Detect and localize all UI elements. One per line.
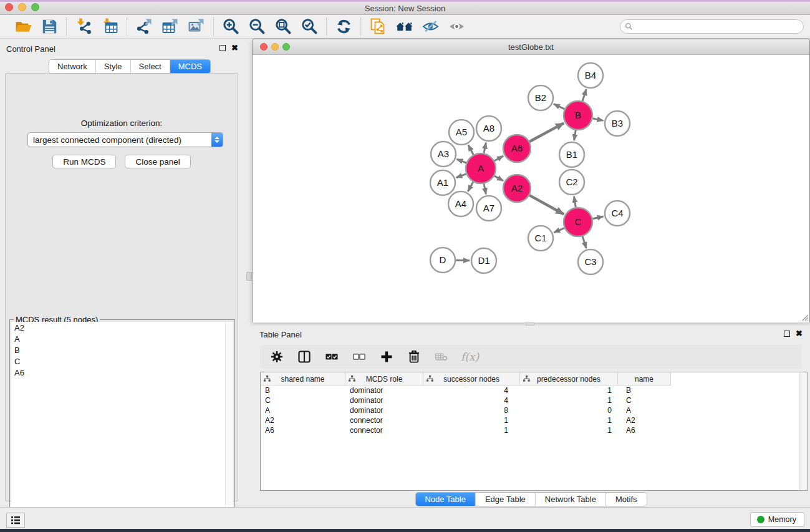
desktop-background-strip (0, 529, 810, 532)
deselect-all-button[interactable] (350, 347, 369, 366)
edge-A-A4[interactable] (468, 182, 473, 191)
edge-C-C4[interactable] (592, 216, 603, 219)
mcds-result-item[interactable]: A2 (11, 322, 233, 333)
window-titlebar: Session: New Session (0, 0, 810, 15)
column-header-successor-nodes[interactable]: successor nodes (423, 372, 520, 385)
zoom-out-button[interactable] (246, 17, 268, 37)
column-header-name[interactable]: name (618, 372, 671, 385)
show-eye-button[interactable] (446, 17, 467, 37)
tab-select[interactable]: Select (131, 60, 170, 73)
column-header-shared-name[interactable]: shared name (261, 372, 345, 385)
edge-A-A1[interactable] (456, 174, 466, 178)
table-row[interactable]: A6connector11A6 (261, 425, 807, 435)
import-table-button[interactable] (99, 17, 120, 37)
cell-successor-nodes: 4 (423, 395, 520, 405)
edge-C-C3[interactable] (582, 236, 586, 248)
cell-name: A2 (618, 415, 671, 425)
add-icon (380, 351, 393, 363)
table-row[interactable]: Adominator80A (261, 405, 807, 415)
save-session-button[interactable] (39, 17, 60, 37)
columns-button[interactable] (295, 347, 314, 366)
resize-grip-icon[interactable] (800, 312, 809, 321)
function-builder-button[interactable]: f(x) (460, 351, 479, 363)
node-label-A8: A8 (483, 123, 494, 133)
table-float-panel-icon[interactable] (784, 331, 790, 337)
table-close-panel-icon[interactable]: ✖ (796, 330, 803, 337)
cell-name: A6 (618, 425, 671, 435)
table-scrollbar[interactable] (799, 372, 807, 490)
zoom-in-button[interactable] (220, 17, 241, 37)
zoom-in-icon (223, 18, 239, 35)
edge-A-A6[interactable] (494, 156, 503, 161)
refresh-button[interactable] (333, 17, 354, 37)
column-header-predecessor-nodes[interactable]: predecessor nodes (520, 372, 618, 385)
edge-C-C2[interactable] (574, 196, 576, 208)
column-header-MCDS-role[interactable]: MCDS role (345, 372, 423, 385)
tab-motifs[interactable]: Motifs (606, 493, 647, 506)
tab-mcds[interactable]: MCDS (170, 60, 210, 73)
export-table-button[interactable] (160, 17, 181, 37)
show-panels-button[interactable] (6, 513, 25, 528)
edge-A-A3[interactable] (456, 159, 466, 163)
control-panel: Control Panel ✖ NetworkStyleSelectMCDS O… (0, 39, 243, 507)
close-panel-button[interactable]: Close panel (125, 155, 190, 168)
mcds-result-item[interactable]: B (11, 344, 233, 355)
tab-edge-table[interactable]: Edge Table (476, 493, 536, 506)
zoom-selected-button[interactable] (299, 17, 320, 37)
tab-style[interactable]: Style (96, 60, 131, 73)
edge-A-A5[interactable] (468, 145, 473, 155)
mcds-result-item[interactable]: A6 (11, 367, 233, 378)
vertical-split-handle[interactable] (246, 272, 252, 281)
network-window-titlebar[interactable]: testGlobe.txt (253, 39, 809, 55)
edge-A6-B[interactable] (529, 123, 564, 142)
float-panel-icon[interactable] (219, 45, 226, 51)
cell-predecessor-nodes: 1 (520, 425, 618, 435)
hide-eye-button[interactable] (420, 17, 441, 37)
open-session-button[interactable] (12, 17, 34, 37)
columns-icon (298, 351, 311, 363)
delete-table-button[interactable] (432, 347, 451, 366)
tab-network[interactable]: Network (49, 60, 96, 73)
select-all-button[interactable] (322, 347, 341, 366)
memory-button[interactable]: Memory (750, 512, 804, 527)
edge-B-B2[interactable] (554, 104, 564, 109)
criterion-select[interactable]: largest connected component (directed) (27, 132, 223, 147)
run-mcds-button[interactable]: Run MCDS (52, 155, 116, 168)
table-row[interactable]: A2connector11A2 (261, 415, 807, 425)
mcds-panel: Optimization criterion: largest connecte… (5, 73, 238, 501)
add-button[interactable] (377, 347, 396, 366)
table-header-row: shared nameMCDS rolesuccessor nodesprede… (261, 372, 671, 385)
edge-A-A8[interactable] (484, 143, 486, 153)
edge-B-B3[interactable] (593, 118, 604, 121)
edge-A2-C[interactable] (529, 195, 564, 214)
result-scrollbar[interactable] (225, 322, 233, 528)
settings-icon (271, 351, 283, 363)
status-bar: Memory (0, 507, 810, 529)
search-input[interactable] (633, 21, 803, 32)
table-row[interactable]: Bdominator41B (261, 385, 807, 395)
column-header-label: name (635, 375, 653, 384)
edge-A-A7[interactable] (484, 183, 486, 194)
homes-button[interactable] (393, 17, 415, 37)
edge-B-B4[interactable] (582, 89, 586, 101)
close-panel-icon[interactable]: ✖ (231, 44, 238, 51)
new-network-from-selection-button[interactable] (367, 17, 388, 37)
export-network-button[interactable] (133, 17, 155, 37)
mcds-result-item[interactable]: C (11, 355, 233, 367)
graph-canvas[interactable]: B4B2BB3A8A5A6A3B1AC2A1A2A4A7C4CC1DD1C3 (253, 55, 809, 322)
delete-button[interactable] (405, 347, 423, 366)
node-table: shared nameMCDS rolesuccessor nodesprede… (260, 372, 808, 491)
zoom-fit-button[interactable] (272, 17, 294, 37)
import-network-button[interactable] (73, 17, 94, 37)
edge-A-A2[interactable] (494, 176, 503, 181)
tab-network-table[interactable]: Network Table (536, 493, 606, 506)
tab-node-table[interactable]: Node Table (415, 493, 476, 506)
table-row[interactable]: Cdominator41C (261, 395, 807, 405)
edge-B-B1[interactable] (574, 130, 576, 141)
control-panel-tabs: NetworkStyleSelectMCDS (49, 59, 211, 74)
edge-C-C1[interactable] (554, 228, 564, 233)
mcds-result-item[interactable]: A (11, 333, 233, 344)
search-field[interactable] (620, 19, 804, 34)
export-image-button[interactable] (186, 17, 207, 37)
settings-button[interactable] (268, 347, 286, 366)
